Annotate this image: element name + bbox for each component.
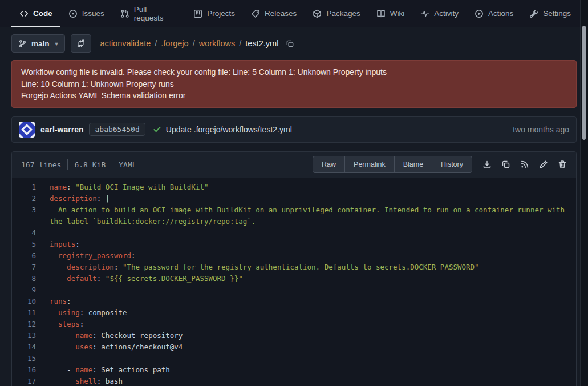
line-number[interactable]: 1 — [12, 182, 50, 193]
line-number[interactable]: 16 — [12, 364, 50, 376]
meta-divider — [67, 159, 68, 170]
code-text — [50, 353, 576, 364]
breadcrumb-dir-link[interactable]: .forgejo — [161, 39, 188, 48]
file-meta: 167 lines 6.8 KiB YAML — [21, 159, 137, 170]
raw-button[interactable]: Raw — [313, 156, 344, 172]
code-line: 11 using: composite — [12, 307, 576, 319]
line-number[interactable]: 17 — [12, 376, 50, 386]
line-number[interactable]: 4 — [12, 227, 50, 239]
code-line: 15 — [12, 353, 576, 364]
breadcrumb-separator: / — [193, 39, 195, 48]
rss-feed-icon[interactable] — [520, 160, 529, 169]
tab-settings[interactable]: Settings — [521, 0, 579, 27]
issue-icon — [68, 9, 78, 18]
code-line: 7 description: "The password for the reg… — [12, 262, 576, 273]
commit-time: two months ago — [513, 125, 569, 134]
code-line: 10runs: — [12, 296, 576, 307]
code-text: inputs: — [50, 239, 576, 250]
tab-label: Actions — [488, 9, 513, 18]
copy-path-icon[interactable] — [286, 39, 294, 48]
repo-tab-bar: Code Issues Pull requests Projects Relea… — [0, 0, 588, 27]
code-text: default: "${{ secrets.DOCKER_PASSWORD }}… — [50, 273, 576, 284]
tab-pull-requests[interactable]: Pull requests — [112, 0, 186, 27]
branch-selector[interactable]: main ▾ — [11, 34, 65, 53]
git-compare-icon — [76, 39, 86, 48]
code-text: name: "Build OCI Image with BuildKit" — [50, 182, 576, 193]
code-line: 2description: | — [12, 193, 576, 204]
line-number[interactable]: 2 — [12, 193, 50, 204]
line-number[interactable]: 10 — [12, 296, 50, 307]
code-line: 12 steps: — [12, 319, 576, 330]
line-number[interactable]: 12 — [12, 319, 50, 330]
commit-hash-badge[interactable]: abab65450d — [89, 123, 145, 136]
scrollbar-track[interactable] — [580, 0, 588, 386]
permalink-button[interactable]: Permalink — [344, 156, 394, 172]
code-text: using: composite — [50, 307, 576, 319]
download-icon[interactable] — [482, 160, 492, 169]
tab-activity[interactable]: Activity — [412, 0, 467, 27]
breadcrumb-repo-link[interactable]: actionvalidate — [100, 39, 151, 48]
line-number[interactable]: 6 — [12, 250, 50, 262]
file-icon-actions — [482, 160, 567, 169]
code-line: 17 shell: bash — [12, 376, 576, 386]
file-language: YAML — [119, 160, 136, 169]
tab-actions[interactable]: Actions — [467, 0, 521, 27]
tab-wiki[interactable]: Wiki — [368, 0, 413, 27]
line-number[interactable]: 11 — [12, 307, 50, 319]
commit-message[interactable]: Update .forgejo/workflows/test2.yml — [166, 125, 292, 134]
projects-icon — [193, 9, 202, 18]
line-number[interactable]: 9 — [12, 284, 50, 296]
tab-label: Activity — [434, 9, 459, 18]
code-line: 9 — [12, 284, 576, 296]
tab-issues[interactable]: Issues — [60, 0, 112, 27]
commit-status-check-icon[interactable] — [153, 125, 161, 134]
tab-label: Issues — [82, 9, 104, 18]
line-number[interactable]: 5 — [12, 239, 50, 250]
branch-row: main ▾ actionvalidate / .forgejo / workf… — [11, 34, 577, 53]
line-number[interactable]: 3 — [12, 204, 50, 227]
tab-packages[interactable]: Packages — [305, 0, 368, 27]
code-line: 6 registry_password: — [12, 250, 576, 262]
blame-button[interactable]: Blame — [394, 156, 432, 172]
edit-pencil-icon[interactable] — [539, 160, 548, 169]
code-line: 16 - name: Set actions path — [12, 364, 576, 376]
tab-label: Wiki — [390, 9, 405, 18]
code-text: steps: — [50, 319, 576, 330]
tab-releases[interactable]: Releases — [243, 0, 305, 27]
history-button[interactable]: History — [432, 156, 472, 172]
code-text: - name: Checkout repository — [50, 330, 576, 341]
breadcrumb-separator: / — [155, 39, 157, 48]
latest-commit-bar: earl-warren abab65450d Update .forgejo/w… — [11, 116, 577, 143]
code-viewer: 1name: "Build OCI Image with BuildKit"2d… — [12, 178, 576, 386]
copy-content-icon[interactable] — [501, 160, 510, 169]
tab-projects[interactable]: Projects — [185, 0, 243, 27]
book-icon — [376, 9, 386, 18]
tag-icon — [251, 9, 260, 18]
scrollbar-thumb[interactable] — [582, 26, 586, 140]
code-line: 13 - name: Checkout repository — [12, 330, 576, 341]
breadcrumb-current-file: test2.yml — [245, 39, 278, 48]
meta-divider — [112, 159, 112, 170]
code-line: 14 uses: actions/checkout@v4 — [12, 341, 576, 353]
breadcrumb-dir-link[interactable]: workflows — [199, 39, 236, 48]
tools-icon — [529, 9, 538, 18]
file-size: 6.8 KiB — [74, 160, 106, 169]
line-number[interactable]: 7 — [12, 262, 50, 273]
line-number[interactable]: 14 — [12, 341, 50, 353]
tab-label: Projects — [207, 9, 235, 18]
code-line: 5inputs: — [12, 239, 576, 250]
file-view-mode-group: Raw Permalink Blame History — [313, 156, 472, 173]
error-line: Forgejo Actions YAML Schema validation e… — [21, 90, 567, 102]
line-number[interactable]: 8 — [12, 273, 50, 284]
delete-trash-icon[interactable] — [558, 160, 567, 169]
commit-author[interactable]: earl-warren — [40, 125, 83, 134]
code-line: 3 An action to build an OCI image with B… — [12, 204, 576, 227]
tab-label: Pull requests — [134, 5, 178, 22]
branch-name: main — [31, 39, 50, 48]
chevron-down-icon: ▾ — [55, 41, 58, 47]
compare-button[interactable] — [71, 34, 91, 53]
line-number[interactable]: 13 — [12, 330, 50, 341]
line-number[interactable]: 15 — [12, 353, 50, 364]
tab-code[interactable]: Code — [11, 0, 60, 27]
avatar[interactable] — [19, 122, 35, 138]
